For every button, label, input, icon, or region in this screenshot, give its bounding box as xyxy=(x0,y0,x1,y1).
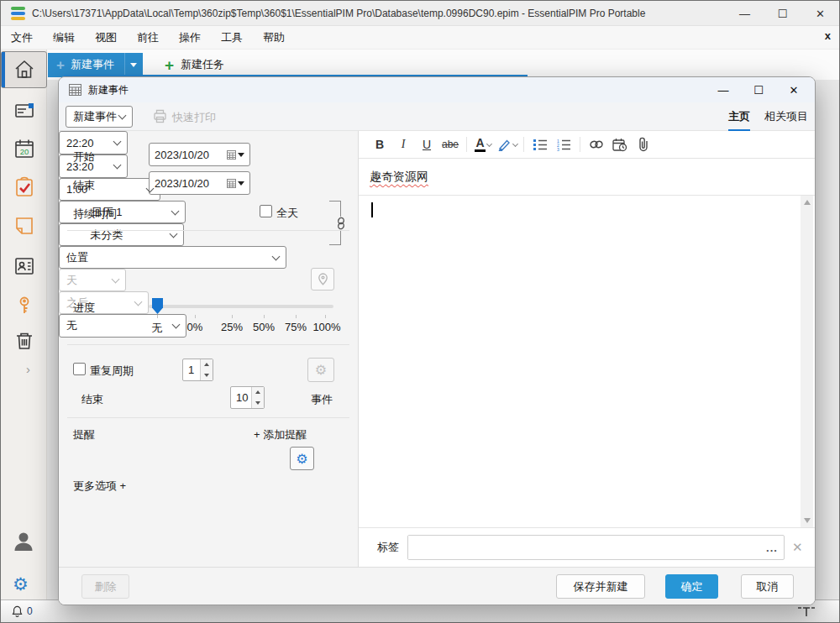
ok-button[interactable]: 确定 xyxy=(665,574,718,599)
menu-actions[interactable]: 操作 xyxy=(169,27,211,49)
sidebar-item-mail[interactable] xyxy=(1,93,47,128)
more-options-link[interactable]: 更多选项 + xyxy=(73,479,126,494)
sidebar-item-notes[interactable] xyxy=(1,208,47,243)
save-and-new-button[interactable]: 保存并新建 xyxy=(556,574,645,599)
window-close-button[interactable]: ✕ xyxy=(801,1,839,26)
chevron-down-icon[interactable] xyxy=(486,140,492,146)
window-title: C:\Users\17371\AppData\Local\Temp\360zip… xyxy=(32,8,645,19)
start-date-input[interactable]: 2023/10/20 xyxy=(149,143,250,166)
map-location-button[interactable] xyxy=(311,268,334,291)
sidebar-item-contacts[interactable] xyxy=(1,249,47,284)
chevron-down-icon xyxy=(130,63,137,67)
window-maximize-button[interactable]: ☐ xyxy=(764,1,801,26)
scroll-up-icon[interactable] xyxy=(801,196,813,209)
reminder-label: 提醒 xyxy=(73,427,95,442)
progress-tick-75: 75% xyxy=(285,321,307,333)
chevron-down-icon[interactable] xyxy=(512,140,518,146)
menu-edit[interactable]: 编辑 xyxy=(43,27,85,49)
editor-body[interactable] xyxy=(359,196,815,527)
bullet-list-button[interactable] xyxy=(530,134,550,154)
recurrence-count-spinner[interactable]: 10 xyxy=(230,386,265,409)
user-avatar-icon[interactable] xyxy=(12,530,35,553)
svg-text:3: 3 xyxy=(557,146,559,151)
link-icon xyxy=(589,138,604,151)
sidebar-item-home[interactable] xyxy=(1,51,47,88)
spin-up-icon[interactable] xyxy=(252,387,264,398)
spin-down-icon[interactable] xyxy=(252,398,264,409)
location-select[interactable]: 位置 xyxy=(59,246,286,269)
highlight-button[interactable] xyxy=(496,134,517,154)
spin-up-icon[interactable] xyxy=(201,359,213,370)
menu-go[interactable]: 前往 xyxy=(127,27,169,49)
menu-file[interactable]: 文件 xyxy=(1,27,43,49)
recurrence-count-value: 10 xyxy=(231,387,251,408)
underline-button[interactable]: U xyxy=(417,134,437,154)
insert-link-button[interactable] xyxy=(586,134,606,154)
window-minimize-button[interactable]: — xyxy=(726,1,764,26)
insert-datetime-button[interactable] xyxy=(610,134,630,154)
dialog-close-button[interactable]: ✕ xyxy=(776,77,811,102)
sidebar-item-tasks[interactable] xyxy=(1,170,47,205)
menu-help[interactable]: 帮助 xyxy=(253,27,295,49)
tab-home[interactable]: 主页 xyxy=(728,109,750,132)
chain-link-icon[interactable] xyxy=(335,217,347,230)
sidebar-collapse-chevron-icon[interactable]: › xyxy=(26,362,30,376)
delete-button[interactable]: 删除 xyxy=(81,574,129,599)
reminder-select[interactable]: 无 xyxy=(59,314,186,338)
italic-button[interactable]: I xyxy=(393,134,413,154)
sidebar-item-trash[interactable] xyxy=(1,323,47,359)
tags-clear-icon[interactable]: ✕ xyxy=(792,540,803,555)
bold-button[interactable]: B xyxy=(370,134,390,154)
category-select[interactable]: 未分类 xyxy=(59,223,184,246)
new-task-button[interactable]: + 新建任务 xyxy=(156,57,233,73)
dialog-minimize-button[interactable]: — xyxy=(706,77,741,102)
recurrence-settings-button[interactable]: ⚙ xyxy=(307,358,334,382)
numbered-list-icon: 123 xyxy=(557,139,571,151)
recurrence-end-label: 结束 xyxy=(81,392,103,407)
tags-input[interactable] xyxy=(408,536,760,559)
progress-tick-25: 25% xyxy=(221,321,243,333)
sidebar-item-calendar[interactable]: 20 xyxy=(1,131,47,166)
tags-browse-button[interactable]: ... xyxy=(760,542,784,554)
printer-icon[interactable] xyxy=(153,109,167,123)
end-date-value: 2023/10/20 xyxy=(155,177,209,190)
cancel-button[interactable]: 取消 xyxy=(741,574,794,599)
recurrence-unit-select[interactable]: 天 xyxy=(59,269,126,291)
datepicker-icon xyxy=(227,150,236,160)
all-day-label: 全天 xyxy=(276,206,298,221)
sidebar-item-passwords[interactable] xyxy=(1,288,47,323)
end-date-input[interactable]: 2023/10/20 xyxy=(149,171,250,195)
window-titlebar: C:\Users\17371\AppData\Local\Temp\360zip… xyxy=(1,1,839,26)
progress-slider-track[interactable] xyxy=(149,305,333,308)
all-day-checkbox[interactable] xyxy=(260,205,272,217)
progress-slider-handle[interactable] xyxy=(152,298,163,314)
menu-view[interactable]: 视图 xyxy=(85,27,127,49)
dialog-maximize-button[interactable]: ☐ xyxy=(741,77,776,102)
strikethrough-button[interactable]: abe xyxy=(440,134,460,154)
subject-row[interactable]: 趣奇资源网 xyxy=(359,159,815,196)
new-event-dropdown-button[interactable] xyxy=(124,53,143,77)
spin-down-icon[interactable] xyxy=(201,370,213,381)
menubar-close-icon[interactable]: x xyxy=(825,29,831,42)
recurrence-checkbox[interactable] xyxy=(73,363,86,375)
font-color-button[interactable]: A xyxy=(473,134,493,154)
reminder-settings-button[interactable]: ⚙ xyxy=(290,447,314,470)
bullet-list-icon xyxy=(533,139,548,151)
event-subject[interactable]: 趣奇资源网 xyxy=(370,170,428,185)
notifications-area[interactable]: 0 xyxy=(11,605,33,618)
progress-tick-none: 无 xyxy=(152,321,163,336)
numbered-list-button[interactable]: 123 xyxy=(554,134,574,154)
quick-print-label[interactable]: 快速打印 xyxy=(172,110,216,125)
new-event-dialog: 新建事件 — ☐ ✕ 新建事件 快速打印 主页 相关项目 开始 2023/10/… xyxy=(58,76,816,605)
item-type-select[interactable]: 新建事件 xyxy=(66,106,133,128)
scroll-down-icon[interactable] xyxy=(801,514,813,527)
menu-tools[interactable]: 工具 xyxy=(211,27,253,49)
recurrence-interval-spinner[interactable]: 1 xyxy=(182,359,213,381)
add-reminder-link[interactable]: + 添加提醒 xyxy=(254,427,307,442)
new-event-button[interactable]: + 新建事件 xyxy=(48,53,143,77)
dialog-calendar-icon xyxy=(69,84,81,96)
editor-scrollbar[interactable] xyxy=(801,196,813,527)
settings-gear-icon[interactable]: ⚙ xyxy=(13,574,29,594)
attach-file-button[interactable] xyxy=(633,134,654,154)
tab-related-items[interactable]: 相关项目 xyxy=(764,109,808,129)
